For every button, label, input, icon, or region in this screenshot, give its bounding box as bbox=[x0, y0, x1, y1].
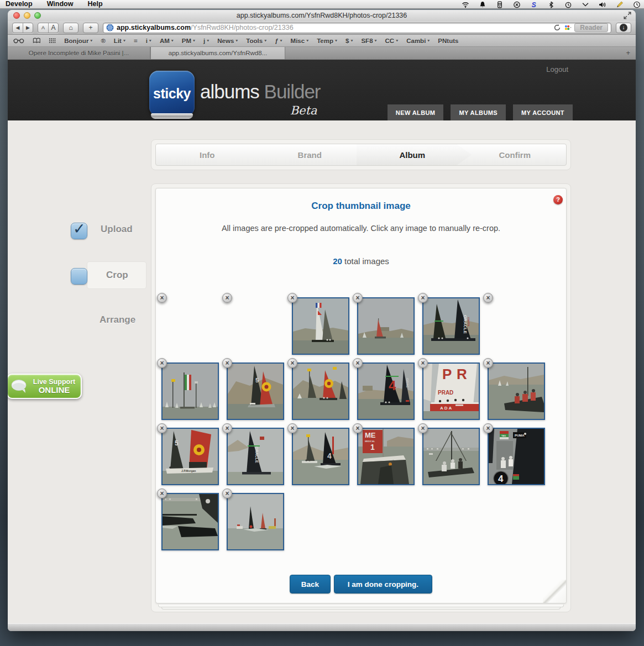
google-icon[interactable] bbox=[564, 24, 572, 31]
bookmark-sf8[interactable]: SF8▾ bbox=[361, 38, 376, 44]
photo-thumbnail[interactable] bbox=[488, 363, 545, 420]
photo-thumbnail[interactable]: PRPRADA D A bbox=[422, 363, 480, 420]
bookmark-am[interactable]: AM▾ bbox=[160, 38, 174, 44]
photo-thumbnail[interactable] bbox=[292, 363, 349, 420]
photo-thumbnail[interactable]: 4ORAC bbox=[357, 363, 415, 420]
bookmark-cambi[interactable]: Cambi▾ bbox=[406, 38, 430, 44]
downloads-button[interactable]: ↓ bbox=[616, 23, 631, 33]
new-tab-button[interactable]: + bbox=[83, 23, 98, 33]
remove-photo-button[interactable]: × bbox=[287, 293, 297, 303]
photo-thumbnail[interactable]: TAGPUMA4 bbox=[488, 428, 545, 485]
remove-photo-button[interactable]: × bbox=[157, 423, 167, 433]
remove-photo-button[interactable]: × bbox=[157, 358, 167, 368]
step-confirm[interactable]: Confirm bbox=[464, 144, 567, 165]
bookmark--[interactable]: $▾ bbox=[345, 38, 353, 44]
window-title-bar[interactable]: app.stickyalbums.com/YsfnRwd8KH/photos-c… bbox=[8, 10, 636, 21]
photo-thumbnail[interactable]: 4 bbox=[292, 428, 349, 485]
photo-thumbnail[interactable] bbox=[292, 297, 349, 355]
home-button[interactable]: ⌂ bbox=[63, 23, 78, 33]
remove-photo-button[interactable]: × bbox=[483, 293, 493, 303]
remove-photo-button[interactable]: × bbox=[483, 358, 493, 368]
increase-font-button[interactable]: A bbox=[48, 23, 58, 33]
refresh-icon[interactable] bbox=[553, 24, 561, 31]
bookmark-i[interactable]: i▾ bbox=[146, 38, 151, 44]
done-cropping-button[interactable]: I am done cropping. bbox=[334, 575, 432, 594]
live-support-badge[interactable]: Live Support ONLINE bbox=[8, 374, 82, 399]
grid-icon[interactable] bbox=[49, 38, 56, 44]
remove-photo-button[interactable]: × bbox=[418, 293, 428, 303]
url-text[interactable]: app.stickyalbums.com/YsfnRwd8KH/photos-c… bbox=[117, 24, 551, 31]
remove-photo-button[interactable]: × bbox=[483, 423, 493, 433]
photo-thumbnail[interactable]: ORACLECOUTTS bbox=[422, 297, 480, 355]
bookmark-cc[interactable]: CC▾ bbox=[385, 38, 399, 44]
forward-button[interactable]: ▶ bbox=[23, 23, 33, 33]
menu-develop[interactable]: Develop bbox=[6, 0, 33, 8]
bookmark-lit[interactable]: Lit▾ bbox=[114, 38, 125, 44]
remove-photo-button[interactable]: × bbox=[418, 423, 428, 433]
nav-new-album[interactable]: NEW ALBUM bbox=[388, 104, 444, 120]
minimize-window-button[interactable] bbox=[24, 12, 30, 19]
fullscreen-icon[interactable] bbox=[624, 12, 631, 19]
tab-bar-new-tab-button[interactable]: + bbox=[626, 49, 630, 57]
bookmark-tools[interactable]: Tools▾ bbox=[246, 38, 266, 44]
upload-checkbox[interactable]: ✓ bbox=[71, 223, 87, 239]
photo-thumbnail[interactable]: 5 bbox=[227, 363, 284, 420]
spaces-icon[interactable] bbox=[582, 1, 589, 8]
remove-photo-button[interactable]: × bbox=[287, 423, 297, 433]
reader-button[interactable]: Reader bbox=[574, 23, 608, 32]
remove-photo-button[interactable]: × bbox=[157, 489, 167, 498]
menu-help[interactable]: Help bbox=[87, 0, 102, 8]
url-field[interactable]: app.stickyalbums.com/YsfnRwd8KH/photos-c… bbox=[103, 23, 611, 33]
zoom-window-button[interactable] bbox=[34, 12, 41, 19]
remove-photo-button[interactable]: × bbox=[222, 293, 232, 303]
close-window-button[interactable] bbox=[13, 12, 20, 19]
time-machine-icon[interactable] bbox=[564, 1, 572, 8]
cut-icon[interactable] bbox=[513, 1, 521, 8]
photo-thumbnail[interactable]: 5J.P.Morgan bbox=[161, 428, 219, 485]
back-button[interactable]: ◀ bbox=[13, 23, 23, 33]
remove-photo-button[interactable]: × bbox=[222, 358, 232, 368]
script-icon[interactable] bbox=[616, 1, 624, 8]
bookmark-j[interactable]: j▾ bbox=[203, 38, 209, 44]
photo-thumbnail[interactable] bbox=[357, 297, 415, 355]
help-button[interactable]: ? bbox=[553, 195, 563, 204]
book-icon[interactable] bbox=[33, 38, 41, 44]
step-info[interactable]: Info bbox=[156, 144, 259, 165]
back-step-button[interactable]: Back bbox=[290, 575, 331, 594]
photo-thumbnail[interactable]: ORACLE bbox=[227, 428, 284, 485]
stickyalbums-logo[interactable]: sticky albums Builder Beta bbox=[149, 71, 321, 117]
nav-my-account[interactable]: MY ACCOUNT bbox=[513, 104, 573, 120]
menu-window[interactable]: Window bbox=[47, 0, 74, 8]
step-brand[interactable]: Brand bbox=[259, 144, 362, 165]
photo-thumbnail[interactable] bbox=[161, 493, 219, 550]
remove-photo-button[interactable]: × bbox=[353, 293, 363, 303]
bookmark--[interactable]: ® bbox=[101, 38, 105, 44]
remove-photo-button[interactable]: × bbox=[222, 423, 232, 433]
clock-icon[interactable] bbox=[633, 1, 641, 8]
remove-photo-button[interactable]: × bbox=[353, 358, 363, 368]
photo-thumbnail[interactable] bbox=[422, 428, 480, 485]
sidebar-item-upload[interactable]: Upload bbox=[101, 224, 133, 235]
remove-photo-button[interactable]: × bbox=[287, 358, 297, 368]
remove-photo-button[interactable]: × bbox=[157, 293, 167, 303]
server-icon[interactable] bbox=[496, 1, 504, 8]
bookmark-pntuts[interactable]: PNtuts bbox=[438, 38, 458, 44]
remove-photo-button[interactable]: × bbox=[418, 358, 428, 368]
bookmark-misc[interactable]: Misc▾ bbox=[291, 38, 309, 44]
photo-thumbnail[interactable]: MEMEDICAL1 bbox=[357, 428, 415, 485]
photo-thumbnail[interactable] bbox=[227, 493, 284, 550]
remove-photo-button[interactable]: × bbox=[353, 423, 363, 433]
bookmark--[interactable]: = bbox=[134, 38, 138, 44]
bookmark-temp[interactable]: Temp▾ bbox=[317, 38, 337, 44]
volume-icon[interactable] bbox=[599, 1, 606, 8]
sidebar-item-crop[interactable]: Crop bbox=[106, 270, 128, 281]
step-album[interactable]: Album bbox=[361, 144, 464, 165]
logout-link[interactable]: Logout bbox=[546, 65, 568, 73]
wifi-icon[interactable] bbox=[462, 1, 469, 8]
bookmark--[interactable]: ƒ▾ bbox=[275, 38, 282, 44]
skype-icon[interactable]: S bbox=[530, 1, 538, 8]
bookmark-pm[interactable]: PM▾ bbox=[182, 38, 195, 44]
bookmark-bonjour[interactable]: Bonjour▾ bbox=[64, 38, 92, 44]
tab-1[interactable]: Opere Incomplete di Mike Pasini |... bbox=[8, 47, 150, 59]
bookmark-news[interactable]: News▾ bbox=[217, 38, 238, 44]
